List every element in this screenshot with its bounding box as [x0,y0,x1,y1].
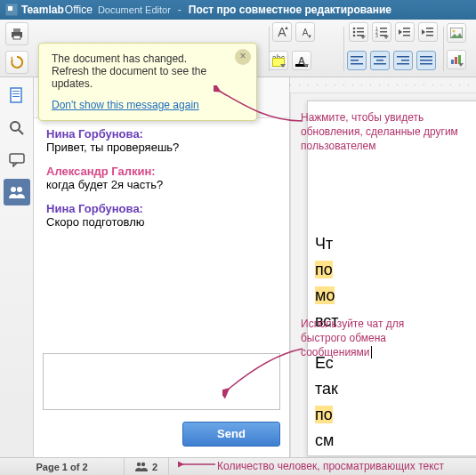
svg-rect-28 [374,63,386,65]
notification-line: The document has changed. [52,52,231,65]
svg-point-5 [353,28,356,30]
status-page[interactable]: Page 1 of 2 [0,458,125,475]
annotation-text: Используйте чат для быстрого обмена сооб… [301,317,443,360]
doc-text: по [315,406,333,423]
send-button[interactable]: Send [182,422,280,447]
svg-rect-19 [403,35,410,36]
svg-rect-32 [420,56,432,58]
doc-text: так [315,380,338,398]
toolbar-separator [269,27,270,71]
message-author: Нина Горбунова: [46,202,277,215]
align-right-button[interactable] [393,51,413,70]
align-justify-button[interactable] [416,51,436,70]
svg-rect-18 [403,31,410,33]
save-button[interactable] [5,51,28,74]
rail-file[interactable] [4,83,30,109]
svg-rect-20 [426,28,433,29]
svg-point-36 [453,30,456,33]
svg-point-44 [11,122,20,131]
chat-message: Нина Горбунова: Скоро подготовлю [46,202,277,229]
message-text: Скоро подготовлю [46,215,277,229]
svg-rect-33 [420,60,432,61]
toolbar-separator [443,27,444,71]
refresh-notification: × The document has changed. Refresh the … [38,43,257,121]
indent-button[interactable] [418,22,438,42]
bullets-button[interactable] [349,22,368,42]
notification-dont-show-link[interactable]: Don't show this message again [52,99,199,111]
rail-search[interactable] [4,115,30,141]
svg-text:3: 3 [375,33,378,37]
toolbar-separator [343,27,344,71]
svg-rect-21 [426,31,433,33]
users-icon [135,462,148,471]
svg-point-48 [17,187,22,192]
rail-comments[interactable] [4,147,30,173]
horizontal-ruler[interactable] [290,77,476,93]
notification-close-icon[interactable]: × [235,49,251,65]
svg-rect-1 [8,6,12,11]
document-page[interactable]: Чт по мо вст Ес так по см [307,101,476,456]
svg-line-45 [19,130,23,134]
font-decrease-button[interactable]: A▼ [295,22,315,42]
font-color-button[interactable]: A [292,51,311,70]
svg-rect-41 [12,91,20,92]
svg-rect-23 [351,56,363,58]
rail-chat[interactable] [4,179,30,205]
svg-rect-31 [397,63,409,65]
app-logo-icon [5,4,18,16]
highlight-color-button[interactable]: abc [269,51,288,70]
svg-rect-14 [380,31,387,33]
svg-rect-30 [401,60,409,61]
doc-text: по [315,261,333,278]
svg-rect-3 [13,28,20,32]
svg-rect-26 [374,56,386,58]
chat-message: Александр Галкин: когда будет 2я часть? [46,165,277,191]
message-author: Александр Галкин: [46,165,277,178]
svg-rect-34 [420,63,432,65]
svg-rect-40 [11,88,21,102]
svg-rect-27 [376,60,383,61]
font-increase-button[interactable]: A▲ [272,22,292,42]
svg-rect-4 [13,36,20,39]
svg-rect-46 [10,154,24,163]
brand-name-1: Teamlab [21,4,64,16]
numbering-button[interactable]: 123 [372,22,391,42]
svg-rect-25 [351,63,363,65]
status-users[interactable]: 2 [125,458,169,475]
svg-rect-17 [403,28,410,29]
message-text: Привет, ты проверяешь? [46,141,277,154]
svg-rect-8 [357,31,364,33]
doc-text: мо [315,286,335,304]
insert-chart-button[interactable] [447,50,466,69]
svg-rect-12 [380,28,387,29]
svg-point-9 [353,35,356,37]
left-rail [0,77,34,457]
chat-panel: Александр Галкин Нина Горбунова Нина Гор… [34,77,290,457]
svg-rect-6 [357,28,364,29]
chat-input[interactable] [43,353,280,410]
svg-point-7 [353,31,356,34]
outdent-button[interactable] [395,22,415,42]
chat-message: Нина Горбунова: Привет, ты проверяешь? [46,127,277,154]
chat-messages[interactable]: Нина Горбунова: Привет, ты проверяешь? А… [34,118,289,346]
doc-text: Чт [315,235,333,253]
svg-rect-42 [12,93,20,94]
svg-point-49 [137,463,141,466]
svg-rect-37 [451,60,454,64]
annotation-text: Количество человек, просматривающих текс… [217,459,444,473]
document-name: Пост про совместное редактирование [189,4,391,16]
align-center-button[interactable] [370,51,390,70]
svg-rect-38 [455,57,457,64]
align-left-button[interactable] [347,51,367,70]
status-users-count: 2 [152,462,157,472]
svg-rect-43 [12,96,20,97]
svg-rect-24 [351,60,359,61]
title-separator: - [178,4,182,16]
titlebar: Teamlab Office Document Editor - Пост пр… [0,0,476,20]
print-button[interactable] [5,22,28,45]
doc-text: см [315,431,334,449]
message-text: когда будет 2я часть? [46,178,277,191]
product-name: Document Editor [98,4,171,15]
insert-image-button[interactable] [447,23,466,43]
svg-point-47 [11,187,16,192]
